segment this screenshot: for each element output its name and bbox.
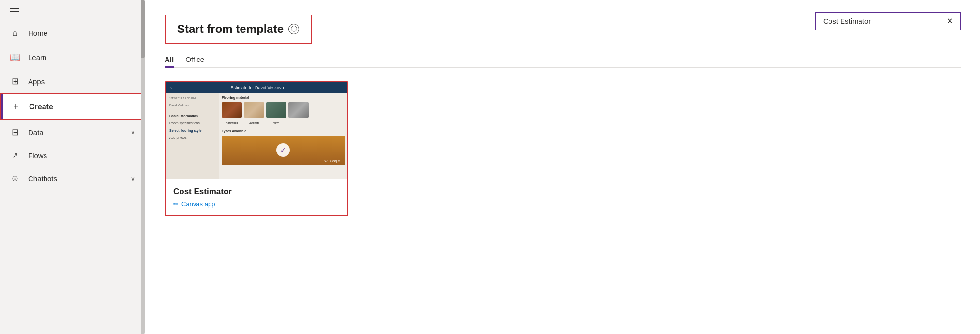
screenshot-content: Flooring material Hardwood Laminate Vin	[219, 93, 347, 179]
screenshot-back-icon: ‹	[170, 85, 172, 90]
pencil-icon: ✏	[173, 200, 179, 208]
hamburger-button[interactable]	[0, 0, 145, 21]
flows-icon: ↗	[10, 151, 20, 160]
types-label: Types available	[222, 129, 345, 133]
scrollbar-thumb	[141, 0, 145, 58]
search-box: ✕	[815, 12, 961, 30]
check-circle: ✓	[276, 143, 290, 157]
main-content: ✕ Start from template ⓘ All Office ‹ Est…	[145, 0, 980, 334]
card-title: Cost Estimator	[173, 187, 340, 197]
flooring-samples	[222, 102, 345, 118]
template-card-cost-estimator[interactable]: ‹ Estimate for David Veskovo 1/15/2019 1…	[165, 81, 348, 216]
sample-vinyl	[266, 102, 286, 118]
chatbots-icon: ☺	[10, 173, 20, 183]
sidebar-item-chatbots[interactable]: ☺ Chatbots ∨	[0, 167, 145, 190]
card-image-cost-estimator: ‹ Estimate for David Veskovo 1/15/2019 1…	[166, 82, 347, 179]
s-item-name: David Veskovo	[169, 103, 215, 107]
sidebar-label-create: Create	[29, 103, 53, 111]
sidebar-nav: ⌂ Home 📖 Learn ⊞ Apps + Create ⊟ Data ∨ …	[0, 21, 145, 334]
app-screenshot: ‹ Estimate for David Veskovo 1/15/2019 1…	[166, 82, 347, 179]
apps-icon: ⊞	[10, 76, 20, 87]
sample-laminate	[244, 102, 264, 118]
sidebar-label-chatbots: Chatbots	[28, 174, 57, 182]
sidebar-item-home[interactable]: ⌂ Home	[0, 21, 145, 45]
screenshot-sidebar: 1/15/2019 12:30 PM David Veskovo Basic i…	[166, 93, 219, 179]
data-chevron-icon: ∨	[131, 129, 135, 136]
learn-icon: 📖	[10, 52, 20, 62]
label-laminate: Laminate	[244, 121, 264, 124]
sidebar-label-data: Data	[28, 128, 44, 137]
sidebar-item-apps[interactable]: ⊞ Apps	[0, 69, 145, 93]
data-icon: ⊟	[10, 127, 20, 137]
screenshot-bottom: ✓ $7.39/sq ft	[222, 136, 345, 165]
tab-office[interactable]: Office	[185, 55, 204, 67]
s-item-photos: Add photos	[169, 135, 215, 140]
sidebar-label-flows: Flows	[28, 152, 47, 160]
sample-hardwood	[222, 102, 242, 118]
screenshot-header: ‹ Estimate for David Veskovo	[166, 82, 347, 93]
section-title-box: Start from template ⓘ	[165, 15, 312, 44]
info-icon[interactable]: ⓘ	[288, 24, 299, 34]
screenshot-header-title: Estimate for David Veskovo	[230, 85, 284, 90]
screenshot-body: 1/15/2019 12:30 PM David Veskovo Basic i…	[166, 93, 347, 179]
card-info: Cost Estimator ✏ Canvas app	[166, 179, 347, 215]
label-hardwood: Hardwood	[222, 121, 242, 124]
hamburger-icon	[10, 8, 19, 15]
sidebar-item-data[interactable]: ⊟ Data ∨	[0, 120, 145, 144]
search-input[interactable]	[823, 17, 943, 25]
templates-grid: ‹ Estimate for David Veskovo 1/15/2019 1…	[165, 81, 961, 216]
home-icon: ⌂	[10, 28, 20, 38]
chatbots-chevron-icon: ∨	[131, 175, 135, 182]
card-type: ✏ Canvas app	[173, 200, 340, 208]
s-item-flooring: Select flooring style	[169, 128, 215, 133]
sidebar-item-create[interactable]: + Create	[0, 93, 145, 120]
price-label: $7.39/sq ft	[324, 159, 340, 163]
tab-all[interactable]: All	[165, 55, 174, 67]
sidebar-item-flows[interactable]: ↗ Flows	[0, 144, 145, 167]
sample-more	[288, 102, 309, 118]
s-item-basic: Basic information	[169, 113, 215, 119]
flooring-label: Flooring material	[222, 96, 345, 99]
sidebar-scrollbar[interactable]	[141, 0, 145, 334]
label-vinyl: Vinyl	[266, 121, 286, 124]
section-title: Start from template	[177, 22, 284, 36]
sidebar-item-learn[interactable]: 📖 Learn	[0, 45, 145, 69]
tabs-bar: All Office	[165, 55, 961, 68]
sidebar-label-apps: Apps	[28, 77, 45, 86]
sample-labels: Hardwood Laminate Vinyl	[222, 121, 345, 124]
sidebar-label-learn: Learn	[28, 53, 46, 61]
card-type-label: Canvas app	[181, 200, 215, 208]
s-item-info: 1/15/2019 12:30 PM	[169, 96, 215, 101]
s-item-room: Room specifications	[169, 121, 215, 126]
search-clear-button[interactable]: ✕	[947, 16, 953, 26]
search-container: ✕	[815, 12, 961, 30]
sidebar-label-home: Home	[28, 29, 47, 37]
create-icon: +	[11, 101, 21, 112]
sidebar: ⌂ Home 📖 Learn ⊞ Apps + Create ⊟ Data ∨ …	[0, 0, 145, 334]
